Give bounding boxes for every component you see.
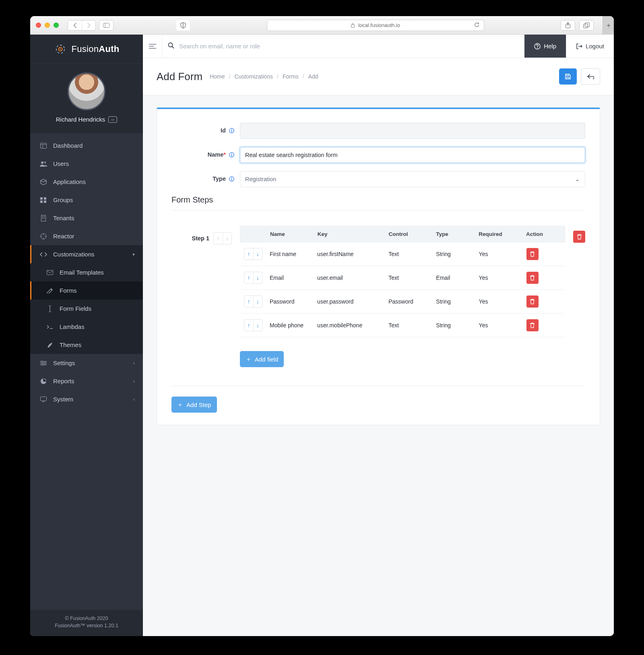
chevron-left-icon: ‹ <box>133 397 135 402</box>
cell-required: Yes <box>475 293 522 310</box>
brand[interactable]: FusionAuth <box>30 35 143 64</box>
section-title-form-steps: Form Steps <box>171 195 585 211</box>
svg-rect-19 <box>42 216 43 217</box>
window: local.fusionauth.io ＋ <box>30 16 614 636</box>
svg-point-25 <box>41 361 43 362</box>
step-label: Step 1 ↑ ↓ <box>171 226 232 244</box>
sidebar-item-reactor[interactable]: Reactor <box>30 227 143 245</box>
row-order-buttons: ↑↓ <box>244 319 262 331</box>
cell-type: String <box>432 245 475 263</box>
sidebar-item-groups[interactable]: Groups <box>30 191 143 209</box>
add-field-button[interactable]: ＋ Add field <box>240 351 284 367</box>
arrow-down-icon[interactable]: ↓ <box>253 296 262 307</box>
cell-action <box>522 290 565 313</box>
arrow-down-icon[interactable]: ↓ <box>253 272 262 283</box>
minimize-window-icon[interactable] <box>45 23 50 28</box>
sidebar-item-form-fields[interactable]: Form Fields <box>30 300 143 318</box>
arrow-down-icon[interactable]: ↓ <box>223 233 231 244</box>
svg-rect-17 <box>44 200 46 203</box>
col-name: Name <box>266 226 314 242</box>
info-icon[interactable]: ⓘ <box>229 128 234 134</box>
sidebar-item-reports[interactable]: Reports ‹ <box>30 372 143 390</box>
sidebar-item-settings[interactable]: Settings ‹ <box>30 354 143 372</box>
crumb[interactable]: Forms <box>283 73 299 80</box>
svg-rect-21 <box>42 218 43 219</box>
svg-rect-24 <box>47 270 53 275</box>
svg-point-12 <box>41 161 43 164</box>
share-button[interactable] <box>561 20 575 31</box>
sidebar-item-customizations[interactable]: Customizations ▾ <box>30 245 143 263</box>
avatar[interactable] <box>68 72 105 110</box>
crumb[interactable]: Customizations <box>234 73 273 80</box>
collapse-sidebar-button[interactable] <box>143 35 162 58</box>
address-bar[interactable]: local.fusionauth.io <box>267 20 484 31</box>
sidebar-item-label: Groups <box>53 196 73 203</box>
sidebar-item-forms[interactable]: Forms <box>30 281 143 300</box>
topbar: Help Logout <box>143 35 614 58</box>
tabs-button[interactable] <box>579 20 594 31</box>
svg-rect-4 <box>584 24 588 28</box>
copyright: © FusionAuth 2020 <box>33 615 140 622</box>
name-input[interactable] <box>240 147 585 163</box>
sidebar-item-email-templates[interactable]: Email Templates <box>30 263 143 281</box>
id-card-icon[interactable]: ▭ <box>108 116 117 123</box>
sidebar-item-lambdas[interactable]: Lambdas <box>30 318 143 336</box>
delete-row-button[interactable] <box>526 295 539 308</box>
search-input[interactable] <box>179 43 519 50</box>
forms-icon <box>46 288 54 293</box>
search-wrap <box>162 42 524 50</box>
sidebar-item-system[interactable]: System ‹ <box>30 390 143 408</box>
step-1: Step 1 ↑ ↓ Name Key Control <box>171 223 585 386</box>
cell-type: String <box>432 293 475 310</box>
reload-icon[interactable] <box>474 22 480 29</box>
sidebar-item-applications[interactable]: Applications <box>30 173 143 191</box>
back-button[interactable] <box>68 21 82 30</box>
arrow-up-icon[interactable]: ↑ <box>244 320 253 331</box>
svg-point-13 <box>44 161 46 163</box>
arrow-up-icon[interactable]: ↑ <box>244 248 253 260</box>
sidebar-toggle[interactable] <box>99 20 114 31</box>
delete-step-button[interactable] <box>573 231 585 243</box>
arrow-down-icon[interactable]: ↓ <box>253 320 262 331</box>
sidebar-item-label: Email Templates <box>60 269 104 276</box>
forward-button[interactable] <box>82 21 95 30</box>
delete-row-button[interactable] <box>526 319 539 331</box>
cell-key: user.password <box>313 293 384 310</box>
cell-key: user.mobilePhone <box>313 316 384 334</box>
shield-button[interactable] <box>176 20 190 31</box>
arrow-up-icon[interactable]: ↑ <box>244 296 253 307</box>
new-tab-button[interactable]: ＋ <box>603 16 614 35</box>
lock-icon <box>351 23 355 28</box>
type-select[interactable]: Registration ⌄ <box>240 171 585 187</box>
cell-required: Yes <box>475 316 522 334</box>
delete-row-button[interactable] <box>526 248 539 260</box>
save-button[interactable] <box>559 68 577 85</box>
page-title: Add Form <box>157 70 202 83</box>
arrow-up-icon[interactable]: ↑ <box>244 272 253 283</box>
cell-control: Password <box>384 293 432 310</box>
help-button[interactable]: Help <box>524 35 566 58</box>
sidebar-item-tenants[interactable]: Tenants <box>30 209 143 227</box>
sidebar-item-label: Applications <box>53 178 86 185</box>
arrow-up-icon[interactable]: ↑ <box>214 233 223 244</box>
id-input <box>240 123 585 139</box>
close-window-icon[interactable] <box>36 23 41 28</box>
fullscreen-window-icon[interactable] <box>54 23 59 28</box>
info-icon[interactable]: ⓘ <box>229 176 234 182</box>
sidebar-item-users[interactable]: Users <box>30 155 143 173</box>
main: Help Logout Add Form Home/ Customization… <box>143 35 614 636</box>
back-button[interactable] <box>581 68 600 85</box>
cell-required: Yes <box>475 269 522 287</box>
cell-name: First name <box>266 245 313 263</box>
sidebar-item-label: Reports <box>53 378 74 384</box>
users-icon <box>39 161 47 167</box>
sidebar-item-themes[interactable]: Themes <box>30 336 143 354</box>
arrow-down-icon[interactable]: ↓ <box>253 248 262 260</box>
crumb[interactable]: Home <box>210 73 225 80</box>
browser-chrome: local.fusionauth.io ＋ <box>30 16 614 35</box>
add-step-button[interactable]: ＋ Add Step <box>171 397 217 413</box>
sidebar-item-dashboard[interactable]: Dashboard <box>30 136 143 155</box>
logout-button[interactable]: Logout <box>566 35 614 58</box>
info-icon[interactable]: ⓘ <box>229 152 234 158</box>
delete-row-button[interactable] <box>526 272 539 284</box>
